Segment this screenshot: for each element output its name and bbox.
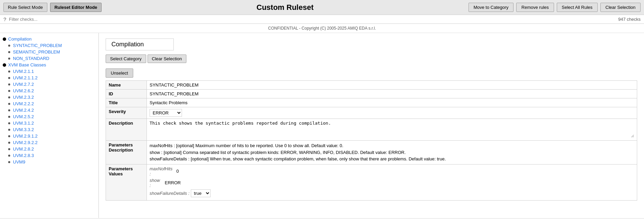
sidebar-item-label: SYNTACTIC_PROBLEM <box>13 43 62 48</box>
sidebar-item-label: UVM.2.9.2.2 <box>13 140 37 145</box>
checks-count: 947 checks <box>618 17 641 22</box>
sidebar-item-uvm2912[interactable]: UVM.2.9.1.2 <box>0 133 98 139</box>
search-input[interactable] <box>9 17 618 22</box>
sidebar-item-uvm2112[interactable]: UVM.2.1.1.2 <box>0 75 98 81</box>
table-row-params-description: Parameters Description maxNofHits : [opt… <box>106 141 637 165</box>
select-category-button[interactable]: Select Category <box>106 54 146 63</box>
bullet-small-icon <box>8 58 10 60</box>
bullet-small-icon <box>8 109 10 111</box>
sidebar-item-uvm332[interactable]: UVM.3.3.2 <box>0 126 98 133</box>
sidebar-item-uvm312[interactable]: UVM.3.1.2 <box>0 120 98 126</box>
category-title-box: Compilation <box>106 38 174 50</box>
sidebar-item-syntactic-problem[interactable]: SYNTACTIC_PROBLEM <box>0 42 98 49</box>
bullet-small-icon <box>8 129 10 131</box>
table-row-id: ID <box>106 90 637 98</box>
sidebar-item-label: UVM.2.9.1.2 <box>13 134 37 139</box>
help-icon[interactable]: ? <box>3 16 6 22</box>
table-row-severity: Severity ERROR WARNING INFO DISABLED <box>106 107 637 119</box>
clear-selection-content-button[interactable]: Clear Selection <box>148 54 186 63</box>
param2-input[interactable] <box>164 180 634 186</box>
param2-row: show : <box>150 178 634 188</box>
bullet-small-icon <box>8 90 10 92</box>
severity-label: Severity <box>106 107 147 119</box>
id-label: ID <box>106 90 147 98</box>
sidebar-item-uvm9[interactable]: UVM9 <box>0 159 98 165</box>
param3-select[interactable]: true false <box>191 189 211 197</box>
page-title: Custom Ruleset <box>104 3 465 12</box>
unselect-section: Unselect <box>106 68 637 78</box>
sidebar-item-semantic-problem[interactable]: SEMANTIC_PROBLEM <box>0 49 98 55</box>
description-label: Description <box>106 119 147 141</box>
id-value-cell <box>147 90 637 98</box>
rule-select-mode-button[interactable]: Rule Select Mode <box>3 3 47 12</box>
name-input[interactable] <box>150 82 634 88</box>
table-row-description: Description This check shows the syntact… <box>106 119 637 141</box>
sidebar: Compilation SYNTACTIC_PROBLEM SEMANTIC_P… <box>0 33 99 218</box>
sidebar-item-label: UVM.2.4.2 <box>13 108 34 113</box>
name-value-cell <box>147 81 637 90</box>
category-header: Compilation <box>106 38 637 50</box>
table-row-title: Title <box>106 98 637 107</box>
bullet-small-icon <box>8 122 10 124</box>
sidebar-category-label: XVM Base Classes <box>8 62 46 67</box>
bullet-small-icon <box>8 51 10 53</box>
sidebar-item-uvm222[interactable]: UVM.2.2.2 <box>0 100 98 107</box>
move-to-category-button[interactable]: Move to Category <box>469 3 514 12</box>
search-bar: ? 947 checks <box>0 15 644 24</box>
params-values-label: Parameters Values <box>106 164 147 200</box>
bullet-small-icon <box>8 155 10 157</box>
sidebar-item-label: UVM.2.8.2 <box>13 146 34 152</box>
sidebar-category-xvm-base-classes[interactable]: XVM Base Classes <box>0 62 98 68</box>
id-input[interactable] <box>150 91 634 96</box>
param3-label: showFailureDetails : <box>150 191 189 196</box>
table-row-name: Name <box>106 81 637 90</box>
sidebar-item-label: UVM.3.3.2 <box>13 127 34 132</box>
sidebar-item-non-standard[interactable]: NON_STANDARD <box>0 55 98 62</box>
severity-value-cell: ERROR WARNING INFO DISABLED <box>147 107 637 119</box>
sidebar-item-label: UVM.2.8.3 <box>13 153 34 158</box>
sidebar-item-uvm232[interactable]: UVM.2.3.2 <box>0 94 98 100</box>
sidebar-item-label: NON_STANDARD <box>13 56 49 61</box>
title-input[interactable] <box>150 100 634 105</box>
param1-row: maxNofHits : <box>150 166 634 176</box>
sidebar-item-uvm2922[interactable]: UVM.2.9.2.2 <box>0 139 98 146</box>
toolbar: Rule Select Mode Ruleset Editor Mode Cus… <box>0 0 644 15</box>
sidebar-item-uvm282[interactable]: UVM.2.8.2 <box>0 146 98 152</box>
severity-select[interactable]: ERROR WARNING INFO DISABLED <box>150 109 182 117</box>
description-textarea[interactable]: This check shows the syntactic problems … <box>150 121 634 138</box>
details-table: Name ID Title <box>106 80 637 201</box>
param2-label: show : <box>150 178 162 188</box>
bullet-small-icon <box>8 45 10 47</box>
sidebar-item-uvm242[interactable]: UVM.2.4.2 <box>0 107 98 113</box>
title-label: Title <box>106 98 147 107</box>
category-header-section: Compilation Select Category Clear Select… <box>106 38 637 63</box>
sidebar-item-uvm283[interactable]: UVM.2.8.3 <box>0 152 98 159</box>
sidebar-category-label: Compilation <box>8 36 32 42</box>
bullet-icon <box>3 63 6 67</box>
sidebar-item-label: UVM.2.1.1 <box>13 69 34 74</box>
category-actions: Select Category Clear Selection <box>106 54 637 63</box>
remove-rules-button[interactable]: Remove rules <box>516 3 554 12</box>
bullet-small-icon <box>8 71 10 73</box>
sidebar-item-label: UVM.2.1.1.2 <box>13 75 37 80</box>
param1-label: maxNofHits : <box>150 166 173 176</box>
sidebar-item-uvm252[interactable]: UVM.2.5.2 <box>0 113 98 120</box>
sidebar-item-label: UVM.2.7.2 <box>13 82 34 87</box>
sidebar-item-uvm211[interactable]: UVM.2.1.1 <box>0 68 98 75</box>
bullet-small-icon <box>8 103 10 105</box>
description-value-cell: This check shows the syntactic problems … <box>147 119 637 141</box>
ruleset-editor-mode-button[interactable]: Ruleset Editor Mode <box>50 3 102 12</box>
params-values-cell: maxNofHits : show : showFailureDetails :… <box>147 164 637 200</box>
param1-input[interactable] <box>175 168 634 174</box>
sidebar-item-uvm272[interactable]: UVM.2.7.2 <box>0 81 98 88</box>
clear-selection-toolbar-button[interactable]: Clear Selection <box>600 3 641 12</box>
bullet-small-icon <box>8 135 10 137</box>
select-all-rules-button[interactable]: Select All Rules <box>557 3 598 12</box>
unselect-button[interactable]: Unselect <box>106 68 133 78</box>
sidebar-item-label: SEMANTIC_PROBLEM <box>13 49 60 54</box>
sidebar-item-uvm262[interactable]: UVM.2.6.2 <box>0 88 98 94</box>
sidebar-item-label: UVM.2.6.2 <box>13 88 34 93</box>
main-layout: Compilation SYNTACTIC_PROBLEM SEMANTIC_P… <box>0 33 644 218</box>
bullet-small-icon <box>8 116 10 118</box>
sidebar-category-compilation[interactable]: Compilation <box>0 36 98 42</box>
